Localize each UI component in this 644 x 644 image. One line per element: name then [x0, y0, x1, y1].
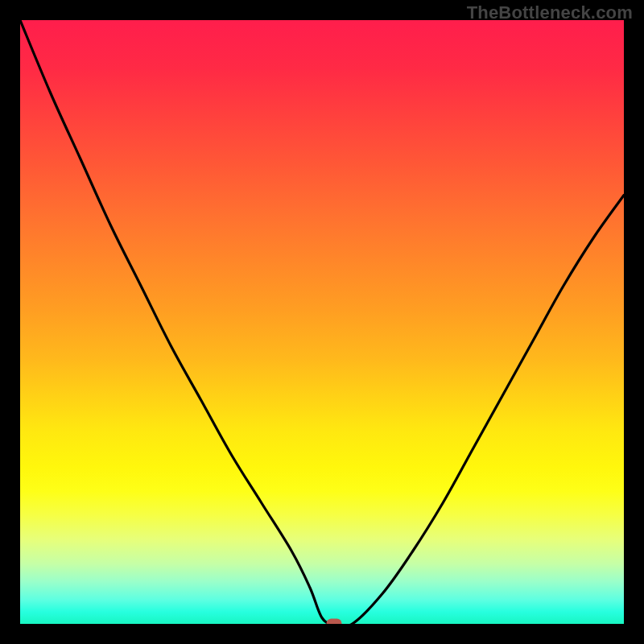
- plot-area: [20, 20, 624, 624]
- attribution-text: TheBottleneck.com: [467, 2, 633, 23]
- chart-frame: TheBottleneck.com: [0, 0, 644, 644]
- optimal-point-marker: [327, 619, 342, 625]
- bottleneck-curve: [20, 20, 624, 624]
- curve-svg: [20, 20, 624, 624]
